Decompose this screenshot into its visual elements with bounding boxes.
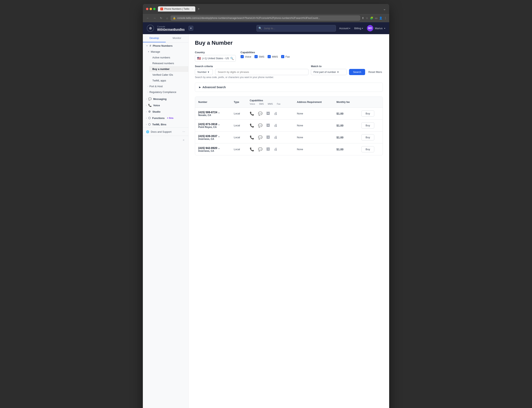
- voice-checkbox[interactable]: [241, 55, 244, 58]
- console-label: Console: [157, 26, 185, 28]
- sidebar-item-port-host[interactable]: › Port & Host: [146, 84, 188, 89]
- reset-filters-link[interactable]: Reset filters: [368, 69, 383, 75]
- table-header-row: Number Type Capabilities Voice SMS MMS: [195, 97, 383, 108]
- buy-number-label: Buy a number: [152, 68, 170, 70]
- sms-checkbox[interactable]: [254, 55, 258, 58]
- tab-favicon: T: [160, 8, 163, 10]
- th-address: Address Requirement: [294, 97, 333, 108]
- tab-close-icon[interactable]: ×: [192, 8, 193, 10]
- tab-bar: T Phone Numbers | Twilio × +: [158, 6, 381, 11]
- profile-icon[interactable]: 👤: [379, 17, 382, 20]
- menu-icon[interactable]: ⋮: [384, 17, 387, 20]
- sidebar-item-regulatory-compliance[interactable]: › Regulatory Compliance: [146, 89, 188, 95]
- type-cell-0: Local: [231, 108, 246, 119]
- manage-collapse-icon: ▼: [148, 51, 150, 53]
- manage-children: Active numbers Released numbers Buy a nu…: [146, 55, 188, 84]
- phone-numbers-hash-icon: #: [150, 44, 151, 47]
- sidebar-collapse-button[interactable]: «: [182, 137, 185, 142]
- phone-location-0: Novato, CA: [198, 114, 228, 117]
- account-dropdown-button[interactable]: ▾: [188, 26, 193, 31]
- address-bar[interactable]: 🔒 console.twilio.com/us1/develop/phone-n…: [171, 16, 360, 21]
- beta-badge: ✦ Beta: [167, 117, 173, 119]
- fax-checkbox[interactable]: [281, 55, 284, 58]
- buy-button-0[interactable]: Buy: [361, 110, 374, 117]
- sms-capability-label: SMS: [259, 55, 264, 58]
- search-input[interactable]: [256, 25, 336, 32]
- sms-icon-0: 💬: [258, 111, 262, 116]
- criteria-select[interactable]: Number ▾: [195, 69, 213, 75]
- forward-button[interactable]: →: [152, 16, 157, 20]
- account-menu-item[interactable]: Account ▾: [339, 27, 350, 30]
- phone-number-1: (415) 873-3918 ▲: [198, 123, 228, 126]
- sidebar-item-voice[interactable]: › 📞 Voice: [143, 102, 188, 109]
- voice-icon-3: 📞: [250, 147, 254, 152]
- new-tab-button[interactable]: +: [197, 6, 200, 11]
- sidebar-item-functions[interactable]: › ⬡ Functions ✦ Beta: [143, 115, 188, 121]
- sidebar-item-released-numbers[interactable]: Released numbers: [149, 60, 188, 66]
- extensions-icon[interactable]: 🧩: [370, 17, 373, 20]
- refresh-button[interactable]: ↻: [159, 16, 163, 20]
- trend-icon-3: ▲: [218, 147, 220, 149]
- country-select[interactable]: 🇺🇸 (+1) United States - US 🔍: [195, 55, 236, 62]
- docs-more-icon[interactable]: ⋯: [182, 130, 185, 133]
- nav-search[interactable]: 🔍: [256, 25, 336, 32]
- match-to-select[interactable]: First part of number ▾: [311, 69, 347, 75]
- advanced-search-section[interactable]: ▶ Advanced Search: [195, 83, 383, 92]
- advanced-search-expand-icon: ▶: [199, 86, 201, 89]
- tab-develop[interactable]: Develop: [143, 34, 166, 42]
- sidebar-icon[interactable]: ▭: [375, 17, 377, 20]
- manage-label: Manage: [151, 50, 160, 53]
- account-name[interactable]: WithGermanBundles: [157, 28, 185, 31]
- sms-icon-3: 💬: [258, 147, 262, 152]
- user-menu-item[interactable]: MO Marius ▾: [367, 25, 385, 31]
- action-cell-3: Buy: [358, 144, 383, 155]
- close-button[interactable]: [146, 8, 148, 10]
- country-search-icon[interactable]: 🔍: [230, 57, 234, 60]
- sidebar-item-messaging[interactable]: › 💬 Messaging: [143, 96, 188, 102]
- back-button[interactable]: ←: [145, 16, 150, 20]
- port-host-expand-icon: ›: [148, 85, 148, 87]
- messaging-label: Messaging: [153, 98, 167, 101]
- buy-button-1[interactable]: Buy: [361, 122, 374, 128]
- search-digits-input[interactable]: [215, 69, 309, 75]
- buy-button-2[interactable]: Buy: [361, 134, 374, 140]
- tab-monitor[interactable]: Monitor: [166, 34, 188, 42]
- bookmark-icon[interactable]: ☆: [366, 17, 368, 20]
- home-button[interactable]: ⌂: [165, 16, 169, 20]
- fax-icon-2: 🖨: [274, 135, 278, 139]
- avatar-initials: MO: [368, 27, 372, 30]
- voice-capability[interactable]: Voice: [241, 55, 251, 58]
- sidebar-item-verified-caller-ids[interactable]: Verified Caller IDs: [149, 72, 188, 78]
- sidebar-item-buy-number[interactable]: Buy a number: [149, 66, 188, 72]
- nav-logo[interactable]: ⊕: [147, 25, 154, 32]
- active-tab[interactable]: T Phone Numbers | Twilio ×: [158, 6, 195, 11]
- fax-icon-3: 🖨: [274, 147, 278, 151]
- minimize-button[interactable]: [150, 8, 152, 10]
- sidebar-item-docs-support[interactable]: 🌐 Docs and Support: [146, 130, 171, 133]
- sidebar-item-twiml-bins[interactable]: › ⬡ TwiML Bins: [143, 121, 188, 128]
- maximize-button[interactable]: [153, 8, 156, 10]
- billing-menu-item[interactable]: Billing ▾: [354, 27, 363, 30]
- beta-icon: ✦: [167, 117, 169, 119]
- sidebar-item-studio[interactable]: › ⚙ Studio: [143, 109, 188, 115]
- address-cell-3: None: [294, 144, 333, 155]
- fax-capability-label: Fax: [286, 55, 290, 58]
- sidebar-item-twiml-apps[interactable]: TwiML apps: [149, 78, 188, 84]
- fax-capability[interactable]: Fax: [281, 55, 290, 58]
- capabilities-icons-3: 📞 💬 🖼 🖨: [250, 147, 291, 152]
- table-row: (415) 942-8920 ▲ Inverness, CA Local 📞 💬…: [195, 144, 383, 155]
- search-button[interactable]: Search: [349, 69, 365, 75]
- sidebar-item-manage[interactable]: ▼ Manage: [146, 49, 188, 55]
- share-icon[interactable]: ⬆: [362, 17, 364, 20]
- sidebar-item-active-numbers[interactable]: Active numbers: [149, 55, 188, 60]
- sidebar-nav: ▼ # Phone Numbers ▼ Manage Active: [143, 42, 188, 128]
- port-host-label: Port & Host: [149, 85, 162, 88]
- sms-icon-2: 💬: [258, 135, 262, 140]
- capabilities-sub-labels: Voice SMS MMS Fax: [250, 103, 291, 105]
- mms-capability[interactable]: MMS: [268, 55, 278, 58]
- sms-capability[interactable]: SMS: [254, 55, 264, 58]
- buy-button-3[interactable]: Buy: [361, 146, 374, 152]
- sidebar-item-phone-numbers[interactable]: ▼ # Phone Numbers: [143, 42, 188, 49]
- criteria-group: Search criteria Number ▾: [195, 65, 213, 75]
- mms-checkbox[interactable]: [268, 55, 271, 58]
